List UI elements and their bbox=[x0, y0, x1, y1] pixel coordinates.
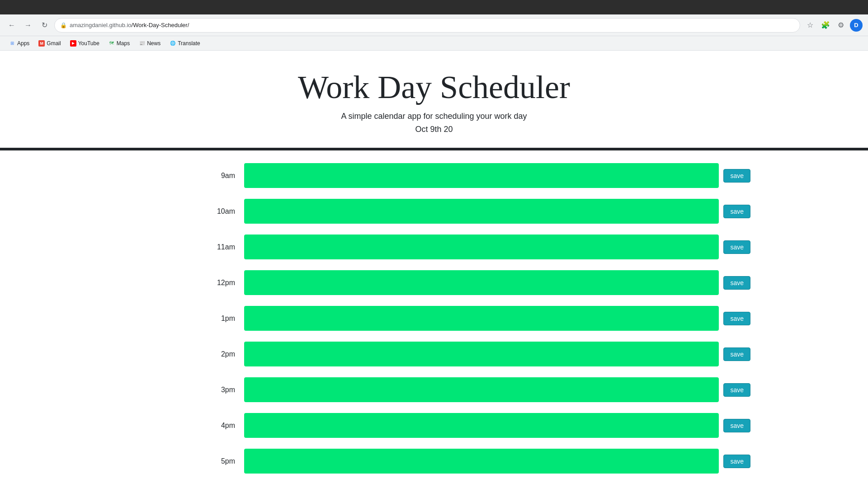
time-row: 4pm save bbox=[118, 409, 750, 441]
save-button-10am[interactable]: save bbox=[723, 205, 750, 218]
address-text: amazingdaniel.github.io/Work-Day-Schedul… bbox=[70, 22, 189, 28]
time-label-5pm: 5pm bbox=[118, 457, 244, 465]
time-input-1pm[interactable] bbox=[244, 306, 719, 331]
save-button-11am[interactable]: save bbox=[723, 240, 750, 254]
bookmark-maps[interactable]: 🗺 Maps bbox=[105, 38, 133, 48]
time-label-4pm: 4pm bbox=[118, 422, 244, 430]
bookmark-news[interactable]: 📰 News bbox=[135, 38, 164, 48]
bookmark-button[interactable]: ☆ bbox=[804, 19, 816, 32]
time-row: 2pm save bbox=[118, 338, 750, 370]
time-row: 9am save bbox=[118, 160, 750, 192]
time-label-12pm: 12pm bbox=[118, 279, 244, 287]
time-row: 5pm save bbox=[118, 445, 750, 477]
address-bar[interactable]: 🔒 amazingdaniel.github.io/Work-Day-Sched… bbox=[54, 18, 800, 33]
time-input-10am[interactable] bbox=[244, 199, 719, 224]
page-title: Work Day Scheduler bbox=[9, 69, 859, 106]
extensions-button[interactable]: ⚙ bbox=[835, 19, 847, 32]
time-label-2pm: 2pm bbox=[118, 350, 244, 358]
profile-button[interactable]: D bbox=[850, 19, 863, 32]
apps-favicon: ⊞ bbox=[9, 40, 15, 47]
time-input-11am[interactable] bbox=[244, 235, 719, 259]
time-input-3pm[interactable] bbox=[244, 377, 719, 402]
back-button[interactable]: ← bbox=[5, 19, 18, 32]
scheduler: 9am save 10am save 11am save 12pm save 1… bbox=[118, 150, 750, 488]
news-label: News bbox=[147, 40, 160, 47]
save-button-5pm[interactable]: save bbox=[723, 455, 750, 468]
gmail-favicon: M bbox=[38, 40, 45, 47]
page-date: Oct 9th 20 bbox=[9, 125, 859, 134]
bookmark-translate[interactable]: 🌐 Translate bbox=[166, 38, 204, 48]
youtube-favicon: ▶ bbox=[70, 40, 76, 47]
time-row: 1pm save bbox=[118, 302, 750, 334]
extension-button[interactable]: 🧩 bbox=[819, 19, 832, 32]
time-label-1pm: 1pm bbox=[118, 314, 244, 323]
news-favicon: 📰 bbox=[139, 40, 145, 47]
time-row: 11am save bbox=[118, 231, 750, 263]
page-subtitle: A simple calendar app for scheduling you… bbox=[9, 112, 859, 121]
translate-label: Translate bbox=[178, 40, 200, 47]
apps-label: Apps bbox=[17, 40, 29, 47]
time-input-5pm[interactable] bbox=[244, 449, 719, 474]
maps-favicon: 🗺 bbox=[108, 40, 115, 47]
nav-actions: ☆ 🧩 ⚙ D bbox=[804, 19, 863, 32]
browser-titlebar bbox=[0, 0, 868, 14]
save-button-12pm[interactable]: save bbox=[723, 276, 750, 290]
page-content: Work Day Scheduler A simple calendar app… bbox=[0, 51, 868, 488]
save-button-1pm[interactable]: save bbox=[723, 312, 750, 325]
time-row: 12pm save bbox=[118, 267, 750, 299]
bookmarks-bar: ⊞ Apps M Gmail ▶ YouTube 🗺 Maps 📰 News 🌐… bbox=[0, 36, 868, 51]
bookmark-youtube[interactable]: ▶ YouTube bbox=[66, 38, 103, 48]
time-row: 10am save bbox=[118, 195, 750, 227]
maps-label: Maps bbox=[117, 40, 130, 47]
save-button-3pm[interactable]: save bbox=[723, 383, 750, 397]
youtube-label: YouTube bbox=[78, 40, 99, 47]
forward-button[interactable]: → bbox=[22, 19, 34, 32]
page-header: Work Day Scheduler A simple calendar app… bbox=[0, 51, 868, 148]
time-input-4pm[interactable] bbox=[244, 413, 719, 438]
lock-icon: 🔒 bbox=[60, 22, 67, 28]
time-row: 3pm save bbox=[118, 374, 750, 406]
translate-favicon: 🌐 bbox=[170, 40, 176, 47]
time-label-3pm: 3pm bbox=[118, 386, 244, 394]
bookmark-gmail[interactable]: M Gmail bbox=[35, 38, 64, 48]
save-button-9am[interactable]: save bbox=[723, 169, 750, 183]
bookmark-apps[interactable]: ⊞ Apps bbox=[5, 38, 33, 48]
time-input-2pm[interactable] bbox=[244, 342, 719, 366]
save-button-4pm[interactable]: save bbox=[723, 419, 750, 432]
browser-navbar: ← → ↻ 🔒 amazingdaniel.github.io/Work-Day… bbox=[0, 14, 868, 36]
time-input-12pm[interactable] bbox=[244, 270, 719, 295]
reload-button[interactable]: ↻ bbox=[38, 19, 51, 32]
time-label-10am: 10am bbox=[118, 207, 244, 216]
save-button-2pm[interactable]: save bbox=[723, 347, 750, 361]
time-label-11am: 11am bbox=[118, 243, 244, 251]
gmail-label: Gmail bbox=[47, 40, 61, 47]
time-label-9am: 9am bbox=[118, 172, 244, 180]
time-input-9am[interactable] bbox=[244, 163, 719, 188]
